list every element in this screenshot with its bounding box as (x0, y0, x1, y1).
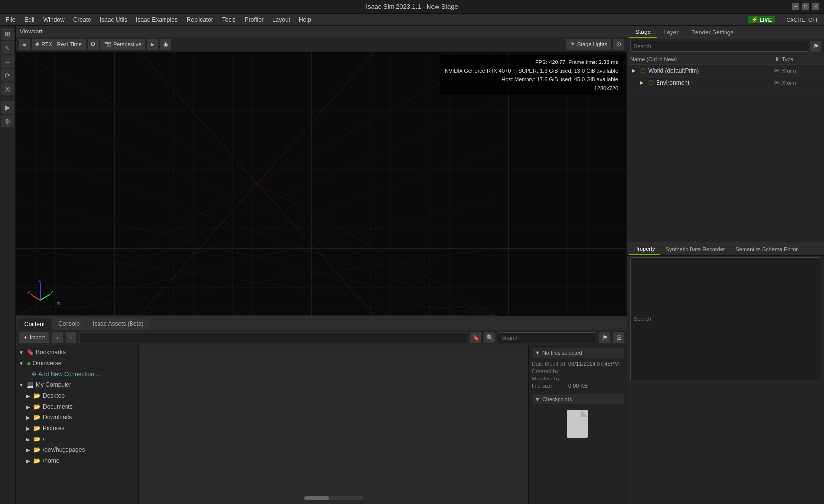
collapse-icon: ▼ (535, 350, 540, 356)
tree-item-omniverse[interactable]: ▼ ● Omniverse (16, 358, 138, 369)
window-controls[interactable]: − □ × (792, 3, 819, 10)
expand-icon: ▼ (18, 361, 25, 366)
cursor-tool-button[interactable]: ↖ (1, 41, 14, 54)
bottom-tab-bar: Content Console Isaac Assets (Beta) (16, 316, 627, 330)
tree-item-pictures[interactable]: ▶ 📂 Pictures (16, 423, 138, 434)
tree-item-bookmarks[interactable]: ▼ 🔖 Bookmarks (16, 347, 138, 358)
stage-name-header: Name (Old to New) (630, 56, 772, 62)
import-button[interactable]: ＋ Import (19, 332, 49, 343)
menu-create[interactable]: Create (69, 15, 95, 24)
env-type: Xform (782, 80, 821, 86)
tab-content[interactable]: Content (18, 318, 51, 330)
tab-render-settings[interactable]: Render Settings (685, 27, 739, 38)
world-visibility-btn[interactable]: 👁 (772, 68, 782, 74)
tab-semantics[interactable]: Semantics Schema Editor (730, 243, 803, 255)
scale-tool-button[interactable]: ⦿ (1, 83, 14, 95)
host-mem-text: Host Memory: 17.6 GiB used, 45.0 GiB ava… (445, 75, 618, 84)
stage-panel: Stage Layer Render Settings ⚑ Name (Old … (627, 26, 824, 242)
play-button[interactable]: ▶ (1, 101, 14, 114)
file-size-label: File size (532, 383, 566, 389)
checkpoints-header[interactable]: ▼ Checkpoints (532, 394, 624, 404)
nav-back-button[interactable]: ‹ (52, 332, 63, 343)
tree-item-desktop[interactable]: ▶ 📂 Desktop (16, 390, 138, 401)
stage-tab-bar: Stage Layer Render Settings (627, 26, 824, 39)
viewport-menu-button[interactable]: ≡ (19, 39, 30, 50)
move-tool-button[interactable]: ↔ (1, 55, 14, 68)
content-search-input[interactable] (498, 332, 596, 343)
property-panel: Property Synthetic Data Recorder Semanti… (627, 242, 824, 504)
tab-synthetic-data[interactable]: Synthetic Data Recorder (661, 243, 730, 255)
created-by-row: Created by (532, 368, 624, 374)
env-visibility-btn[interactable]: 👁 (772, 80, 782, 86)
modified-by-row: Modified by (532, 376, 624, 381)
stage-search-input[interactable] (630, 41, 808, 52)
collapse-icon: ▼ (535, 396, 540, 402)
audio-button[interactable]: ◉ (160, 39, 171, 50)
filter-button[interactable]: ⚑ (599, 332, 610, 343)
tree-item-hugepages[interactable]: ▶ 📂 /dev/hugepages (16, 444, 138, 455)
svg-line-19 (40, 294, 50, 300)
minimize-button[interactable]: − (792, 3, 799, 10)
stage-row-environment[interactable]: ▶ ⬡ Environment 👁 Xform (627, 77, 824, 89)
bookmark-button[interactable]: 🔖 (470, 332, 481, 343)
fps-text: FPS: 420.77, Frame time: 2.38 ms (445, 58, 618, 67)
resolution-text: 1280x720 (445, 84, 618, 93)
expand-env-icon: ▶ (638, 80, 645, 85)
settings-button[interactable]: ⚙ (1, 115, 14, 127)
omniverse-icon: ● (27, 359, 31, 367)
menu-layout[interactable]: Layout (268, 15, 294, 24)
viewport-options-button[interactable]: ⊙ (613, 39, 624, 50)
camera-icon: 📷 (104, 41, 111, 47)
tree-item-home[interactable]: ▶ 📂 /home (16, 455, 138, 466)
stage-content: ▶ ⬡ World (defaultPrim) 👁 Xform ▶ ⬡ Envi… (627, 65, 824, 242)
search-icon-btn[interactable]: 🔍 (484, 332, 495, 343)
tab-isaac-assets[interactable]: Isaac Assets (Beta) (87, 318, 149, 330)
menu-help[interactable]: Help (295, 15, 315, 24)
created-by-label: Created by (532, 368, 566, 374)
file-size-value: 0.00 KB (568, 383, 588, 389)
property-content-area (627, 382, 824, 504)
camera-settings-button[interactable]: ▸ (147, 39, 158, 50)
select-tool-button[interactable]: ⊞ (1, 28, 14, 40)
stage-row-world[interactable]: ▶ ⬡ World (defaultPrim) 👁 Xform (627, 65, 824, 77)
svg-text:Z: Z (38, 278, 41, 283)
renderer-button[interactable]: ◈ RTX - Real-Time (32, 39, 86, 50)
menu-window[interactable]: Window (39, 15, 68, 24)
tab-property[interactable]: Property (629, 243, 660, 255)
menu-bar: File Edit Window Create Isaac Utils Isaa… (0, 14, 824, 26)
tree-item-add-connection[interactable]: ⊕ Add New Connection ... (16, 369, 138, 379)
menu-isaac-utils[interactable]: Isaac Utils (96, 15, 131, 24)
menu-file[interactable]: File (2, 15, 19, 24)
tab-console[interactable]: Console (52, 318, 86, 330)
grid-view-button[interactable]: ⊟ (613, 332, 624, 343)
rotate-tool-button[interactable]: ⟳ (1, 69, 14, 82)
perspective-button[interactable]: 📷 Perspective (100, 39, 145, 50)
tree-item-documents[interactable]: ▶ 📂 Documents (16, 401, 138, 412)
stage-lights-button[interactable]: ☀ Stage Lights (566, 39, 611, 50)
menu-profiler[interactable]: Profiler (241, 15, 267, 24)
renderer-icon: ◈ (35, 41, 39, 47)
tab-layer[interactable]: Layer (658, 27, 684, 38)
stage-filter-button[interactable]: ⚑ (810, 41, 821, 52)
tree-item-root[interactable]: ▶ 📂 / (16, 434, 138, 444)
renderer-settings-button[interactable]: ⚙ (88, 39, 99, 50)
tree-item-my-computer[interactable]: ▼ 💻 My Computer (16, 379, 138, 390)
close-button[interactable]: × (812, 3, 819, 10)
maximize-button[interactable]: □ (802, 3, 809, 10)
folder-icon: 📂 (33, 425, 41, 432)
cache-badge: CACHE: OFF (786, 17, 819, 23)
content-scrollbar[interactable] (304, 496, 363, 500)
nav-forward-button[interactable]: › (66, 332, 76, 343)
menu-edit[interactable]: Edit (20, 15, 38, 24)
toolbar-separator (3, 98, 13, 98)
tree-item-downloads[interactable]: ▶ 📂 Downloads (16, 412, 138, 423)
stage-type-header: Type (782, 56, 821, 62)
menu-isaac-examples[interactable]: Isaac Examples (132, 15, 182, 24)
property-search-input[interactable] (630, 257, 821, 380)
main-container: ⊞ ↖ ↔ ⟳ ⦿ ▶ ⚙ Viewport ≡ ◈ RTX - Real-Ti… (0, 26, 824, 504)
menu-tools[interactable]: Tools (218, 15, 240, 24)
menu-replicator[interactable]: Replicator (183, 15, 217, 24)
tab-stage[interactable]: Stage (629, 27, 657, 38)
scrollbar-thumb[interactable] (304, 496, 329, 500)
folder-icon: 🔖 (27, 349, 34, 356)
